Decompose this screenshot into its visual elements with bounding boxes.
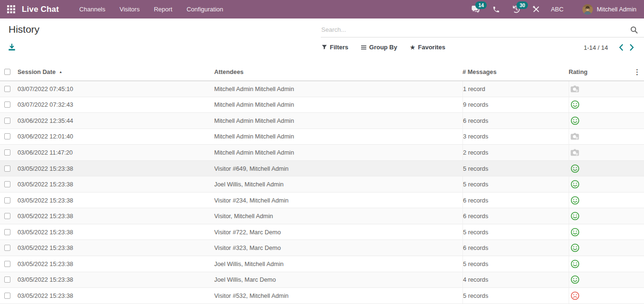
messages-menu-button[interactable]: 14 [465, 0, 486, 18]
row-checkbox-cell [0, 176, 18, 192]
row-checkbox[interactable] [4, 181, 10, 187]
row-end-cell [635, 288, 644, 304]
table-row[interactable]: 03/07/2022 07:32:43 Mitchell Admin Mitch… [0, 97, 644, 113]
search-icon[interactable] [630, 26, 638, 36]
table-row[interactable]: 03/07/2022 07:45:10 Mitchell Admin Mitch… [0, 81, 644, 97]
search-input[interactable] [321, 22, 644, 37]
favorites-button[interactable]: ★ Favorites [410, 44, 445, 51]
column-header-session-date[interactable]: Session Date ▲ [18, 63, 214, 81]
row-checkbox[interactable] [4, 133, 10, 139]
menu-configuration[interactable]: Configuration [180, 0, 230, 18]
rating-happy-icon [571, 212, 580, 221]
row-end-cell [635, 224, 644, 240]
session-date-cell: 03/06/2022 12:35:44 [18, 113, 214, 129]
table-row[interactable]: 03/05/2022 15:23:38 Visitor #722, Marc D… [0, 224, 644, 240]
column-header-messages[interactable]: # Messages [463, 63, 569, 81]
menu-report[interactable]: Report [147, 0, 180, 18]
table-row[interactable]: 03/05/2022 15:23:38 Joel Willis, Marc De… [0, 272, 644, 288]
header-end-cell: ⋮ [635, 63, 644, 81]
row-checkbox-cell [0, 81, 18, 97]
rating-cell [569, 272, 635, 288]
row-end-cell [635, 81, 644, 97]
messages-count-cell: 6 records [463, 240, 569, 256]
column-header-rating[interactable]: Rating [569, 63, 635, 81]
attendees-cell: Mitchell Admin Mitchell Admin [214, 97, 463, 113]
menu-visitors[interactable]: Visitors [112, 0, 146, 18]
row-checkbox[interactable] [4, 166, 10, 172]
row-checkbox-cell [0, 97, 18, 113]
row-end-cell [635, 145, 644, 160]
select-all-checkbox[interactable] [4, 69, 10, 75]
column-header-attendees[interactable]: Attendees [214, 63, 463, 81]
attendees-cell: Mitchell Admin Mitchell Admin [214, 81, 463, 97]
table-row[interactable]: 03/05/2022 15:23:38 Visitor #532, Mitche… [0, 288, 644, 304]
rating-cell [569, 240, 635, 256]
row-checkbox[interactable] [4, 149, 10, 156]
call-menu-button[interactable] [486, 0, 506, 18]
camera-placeholder-icon [571, 85, 579, 92]
rating-cell [569, 161, 635, 176]
export-button[interactable] [8, 44, 16, 51]
messages-count-cell: 5 records [463, 176, 569, 192]
page-title: History [9, 24, 39, 35]
row-checkbox[interactable] [4, 245, 10, 251]
table-row[interactable]: 03/05/2022 15:23:38 Visitor #323, Marc D… [0, 240, 644, 256]
attendees-cell: Visitor #722, Marc Demo [214, 224, 463, 240]
row-checkbox[interactable] [4, 229, 10, 235]
session-date-cell: 03/06/2022 11:47:20 [18, 145, 214, 160]
messages-count-cell: 2 records [463, 145, 569, 160]
table-row[interactable]: 03/06/2022 12:01:40 Mitchell Admin Mitch… [0, 129, 644, 145]
attendees-cell: Mitchell Admin Mitchell Admin [214, 145, 463, 160]
table-row[interactable]: 03/05/2022 15:23:38 Visitor #234, Mitche… [0, 193, 644, 209]
rating-happy-icon [571, 100, 580, 109]
row-checkbox[interactable] [4, 197, 10, 203]
table-row[interactable]: 03/05/2022 15:23:38 Visitor #649, Mitche… [0, 161, 644, 177]
attendees-cell: Visitor #234, Mitchell Admin [214, 193, 463, 208]
group-by-button[interactable]: Group By [361, 44, 397, 51]
row-checkbox-cell [0, 272, 18, 288]
camera-placeholder-icon [571, 133, 579, 140]
favorites-star-icon: ★ [410, 45, 415, 50]
attendees-cell: Mitchell Admin Mitchell Admin [214, 129, 463, 145]
rating-cell [569, 113, 635, 129]
messages-count-badge: 14 [475, 1, 487, 9]
activities-menu-button[interactable]: 30 [506, 0, 526, 18]
table-row[interactable]: 03/05/2022 15:23:38 Joel Willis, Mitchel… [0, 176, 644, 193]
tools-icon [533, 6, 540, 13]
row-checkbox[interactable] [4, 293, 10, 299]
rating-cell [569, 256, 635, 272]
app-title[interactable]: Live Chat [22, 5, 59, 14]
rating-happy-icon [571, 116, 580, 125]
table-row[interactable]: 03/06/2022 12:35:44 Mitchell Admin Mitch… [0, 113, 644, 129]
messages-count-cell: 6 records [463, 113, 569, 129]
messages-count-cell: 1 record [463, 81, 569, 97]
row-end-cell [635, 272, 644, 288]
pager-previous-button[interactable] [616, 43, 626, 52]
table-row[interactable]: 03/06/2022 11:47:20 Mitchell Admin Mitch… [0, 145, 644, 161]
row-checkbox[interactable] [4, 261, 10, 267]
row-checkbox-cell [0, 224, 18, 240]
debug-tools-button[interactable] [526, 0, 546, 18]
user-avatar [582, 4, 593, 15]
row-checkbox[interactable] [4, 101, 10, 108]
row-checkbox-cell [0, 145, 18, 160]
row-checkbox[interactable] [4, 118, 10, 124]
row-checkbox[interactable] [4, 276, 10, 283]
row-checkbox[interactable] [4, 213, 10, 219]
pager-next-button[interactable] [626, 43, 637, 52]
sort-asc-icon: ▲ [59, 70, 62, 74]
filters-button[interactable]: Filters [322, 44, 348, 51]
attendees-cell: Joel Willis, Mitchell Admin [214, 176, 463, 192]
row-checkbox-cell [0, 208, 18, 224]
optional-columns-toggle-icon[interactable]: ⋮ [635, 68, 641, 75]
table-row[interactable]: 03/05/2022 15:23:38 Visitor, Mitchell Ad… [0, 208, 644, 224]
apps-menu-icon[interactable] [5, 0, 17, 18]
table-row[interactable]: 03/05/2022 15:23:38 Joel Willis, Mitchel… [0, 256, 644, 272]
control-panel: History Filters [0, 18, 644, 63]
session-date-cell: 03/05/2022 15:23:38 [18, 176, 214, 192]
company-switcher[interactable]: ABC [546, 6, 571, 13]
menu-channels[interactable]: Channels [72, 0, 112, 18]
user-menu[interactable]: Mitchell Admin [571, 4, 636, 15]
session-date-cell: 03/05/2022 15:23:38 [18, 288, 214, 304]
row-checkbox[interactable] [4, 86, 10, 92]
